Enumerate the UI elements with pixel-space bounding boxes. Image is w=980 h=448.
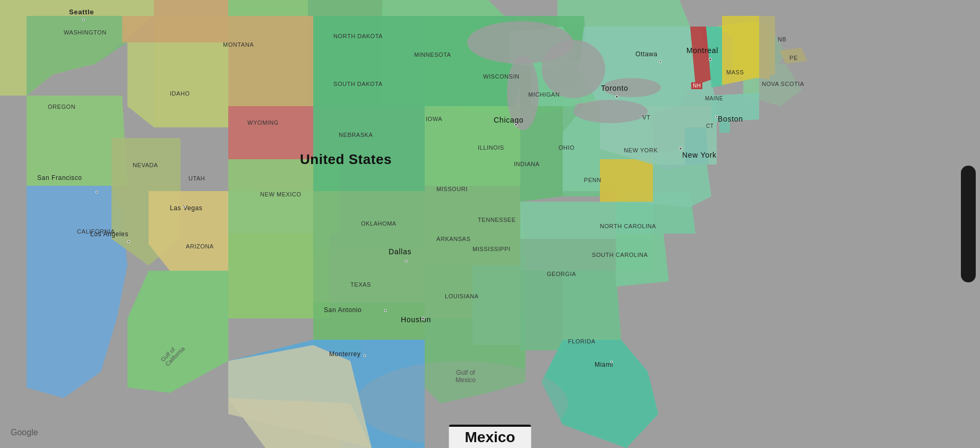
svg-marker-29 [425,106,520,186]
svg-marker-25 [313,249,425,303]
bottom-country-label: Mexico [449,425,531,448]
svg-marker-24 [313,191,425,249]
svg-marker-41 [472,265,520,345]
svg-marker-18 [149,191,228,271]
svg-marker-43 [563,271,621,340]
svg-marker-42 [520,271,563,350]
svg-point-63 [507,56,539,130]
svg-point-66 [603,78,661,97]
map-svg [0,0,980,448]
svg-marker-48 [600,159,653,202]
svg-marker-23 [313,106,425,191]
svg-point-65 [573,100,648,123]
svg-rect-67 [759,0,980,448]
map-container[interactable]: WASHINGTON OREGON CALIFORNIA NEVADA IDAH… [0,0,980,448]
svg-marker-30 [425,186,526,265]
svg-marker-58 [711,93,759,122]
svg-marker-45 [616,234,669,287]
svg-marker-15 [127,42,228,127]
svg-marker-22 [313,16,425,106]
svg-point-64 [541,40,605,98]
google-logo: Google [11,428,38,437]
scroll-indicator[interactable] [961,166,976,282]
